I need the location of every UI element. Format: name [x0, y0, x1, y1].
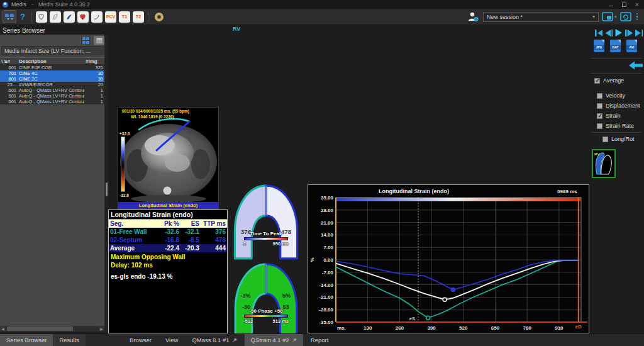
title-bar: Medis - Medis Suite 4.0.38.2 × — [0, 0, 644, 9]
series-row[interactable]: 801CINE 2C30 — [0, 76, 104, 82]
pin-icon[interactable] — [292, 338, 297, 343]
maximize-button[interactable] — [622, 3, 626, 7]
3d-view-app-icon[interactable] — [64, 11, 75, 23]
export-dat-button[interactable]: DAT — [610, 40, 621, 52]
qflow-app-icon[interactable] — [50, 11, 61, 23]
col-series-number: \ S# — [0, 58, 18, 64]
tab-view[interactable]: View — [159, 334, 184, 346]
checkbox-label: Average — [603, 77, 624, 84]
session-dropdown[interactable]: New session * ▾ — [483, 12, 599, 22]
layout-caret-icon[interactable]: ▾ — [614, 14, 617, 20]
time-to-peak-arch: 376 478 Time To Peak 1 990 ms — [227, 183, 305, 261]
calibration-ring-icon[interactable] — [155, 13, 164, 21]
checkbox-displacement[interactable]: Displacement — [597, 103, 640, 109]
checkbox-box[interactable] — [597, 113, 602, 119]
close-button[interactable]: × — [635, 1, 639, 8]
scroll-right-icon[interactable]: ▶ — [99, 326, 104, 331]
step-forward-button[interactable] — [625, 30, 633, 36]
strain-colorbar — [121, 137, 125, 192]
4dflow-app-icon[interactable] — [91, 11, 103, 23]
strain-chart[interactable]: Longitudinal Strain (endo)0989 ms35.0028… — [308, 185, 589, 333]
thumbnail-view-button[interactable] — [80, 36, 91, 45]
tab-qstrain-4-1-2[interactable]: QStrain 4.1 #2 — [245, 334, 303, 346]
leaf-icon — [51, 13, 59, 21]
dat-label: DAT — [610, 45, 621, 50]
checkbox-longrot[interactable]: Long/Rot — [602, 136, 635, 142]
checkbox-velocity[interactable]: Velocity — [597, 92, 625, 99]
longrot-checkbox[interactable] — [602, 137, 608, 142]
svg-text:520: 520 — [459, 325, 468, 331]
checkbox-box[interactable] — [597, 93, 602, 99]
viewer-layout-button[interactable] — [602, 12, 613, 21]
series-row[interactable]: 601AutoQ - QMass LV+RV Contours1 — [0, 87, 104, 93]
tab-series-browser[interactable]: Series Browser — [0, 334, 53, 346]
tab-qmass-8-1-1[interactable]: QMass 8.1 #1 — [186, 334, 243, 346]
vscroll-thumb[interactable] — [106, 182, 108, 196]
help-button[interactable]: ? — [16, 12, 29, 21]
back-arrow-button[interactable] — [629, 61, 643, 70]
qstrain-app-icon[interactable] — [77, 11, 89, 23]
series-row[interactable]: 601CINE EJE COR325 — [0, 65, 104, 70]
checkbox-strain-rate[interactable]: Strain Rate — [597, 123, 634, 129]
svg-text:-35.00: -35.00 — [319, 320, 333, 325]
checkbox-strain[interactable]: Strain — [597, 113, 621, 119]
svg-text:%: % — [309, 257, 315, 262]
t1-app-icon[interactable]: T1 — [119, 11, 130, 23]
svg-text:-28.00: -28.00 — [319, 307, 333, 313]
ecv-app-icon[interactable]: ECV — [105, 11, 116, 23]
export-jpg-button[interactable]: JPG — [594, 40, 604, 52]
chevron-down-icon: ▾ — [592, 14, 595, 20]
step-back-button[interactable] — [605, 30, 613, 36]
phase-left-segment[interactable] — [235, 264, 266, 336]
pin-icon[interactable] — [232, 338, 237, 343]
export-avi-button[interactable]: AVI — [626, 40, 637, 52]
series-panel-hscrollbar[interactable]: ◀ ▶ — [0, 326, 104, 332]
checkbox-box[interactable] — [597, 123, 602, 129]
tab-report[interactable]: Report — [304, 334, 335, 346]
swoosh-icon — [65, 13, 73, 21]
series-table: \ S# Description #Img 601CINE EJE COR325… — [0, 57, 104, 104]
rv-thumb-label: RV — [594, 152, 599, 156]
delay-note: Delay: 102 ms — [109, 261, 227, 269]
qmass-app-icon[interactable] — [36, 11, 47, 23]
skip-end-button[interactable] — [635, 30, 643, 36]
checkbox-average[interactable]: Average — [594, 77, 624, 84]
svg-text:780: 780 — [523, 325, 532, 331]
series-browser-toggle-button[interactable] — [3, 10, 16, 23]
session-sync-button[interactable] — [620, 12, 631, 21]
grid-icon — [82, 37, 90, 45]
tab-results[interactable]: Results — [53, 334, 86, 346]
tab-label: QStrain 4.1 #2 — [251, 337, 289, 343]
series-row[interactable]: 601AutoQ - QMass LV+RV Contours SAX1 — [0, 93, 104, 99]
ttp-right-segment[interactable] — [266, 186, 297, 259]
series-row[interactable]: 701CINE 4C30 — [0, 70, 104, 76]
frame-info-text: 001/30 034/0000/1025 ms. (59 bpm) — [122, 109, 189, 113]
hscroll-thumb[interactable] — [7, 326, 73, 331]
svg-text:0.00: 0.00 — [323, 257, 333, 263]
rv-thumbnail[interactable]: RV — [592, 149, 616, 178]
overflow-menu-button[interactable] — [636, 13, 638, 21]
checkbox-box[interactable] — [597, 103, 602, 109]
series-row[interactable]: 23...#VIAB/EJECOR20 — [0, 82, 104, 87]
main-toolbar: ? ECV T1 T2 New session * ▾ ▾ — [0, 9, 644, 25]
phase-left-pct: -3% — [240, 293, 250, 299]
strain-row[interactable]: 01-Free Wall-32.6-32.1376 — [109, 228, 227, 236]
t2-app-icon[interactable]: T2 — [133, 11, 144, 23]
tab-browser[interactable]: Browser — [123, 334, 158, 346]
ttp-left-segment[interactable] — [235, 186, 266, 259]
scroll-left-icon[interactable]: ◀ — [0, 326, 6, 331]
list-view-button[interactable] — [94, 36, 104, 45]
checkbox-box[interactable] — [594, 78, 600, 84]
tab-label: QMass 8.1 #1 — [192, 337, 229, 343]
strain-row[interactable]: 02-Septum-16.8-8.5478 — [109, 236, 227, 244]
play-button[interactable] — [615, 29, 622, 36]
checkbox-label: Strain — [606, 113, 621, 119]
phase-right-segment[interactable] — [266, 264, 297, 336]
strain-row[interactable]: Average-22.4-20.3444 — [109, 244, 227, 252]
minimize-button[interactable] — [609, 3, 613, 6]
svg-text:650: 650 — [491, 325, 500, 331]
workflow-dropdown[interactable]: Medis Infarct Size (LV Function, ... — [1, 46, 103, 55]
skip-start-button[interactable] — [595, 30, 602, 36]
mri-viewport[interactable]: 001/30 034/0000/1025 ms. (59 bpm) WL 104… — [118, 107, 219, 209]
series-row[interactable]: 601AutoQ - QMass LV+RV Contours SAX1 — [0, 99, 104, 104]
